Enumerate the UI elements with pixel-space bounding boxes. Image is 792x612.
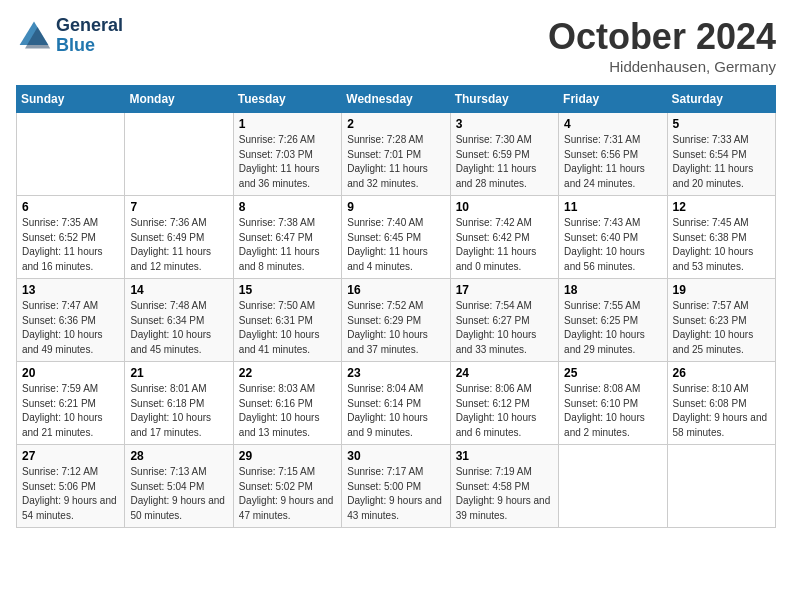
calendar-cell: 29Sunrise: 7:15 AMSunset: 5:02 PMDayligh…: [233, 445, 341, 528]
weekday-sunday: Sunday: [17, 86, 125, 113]
day-number: 8: [239, 200, 336, 214]
calendar-cell: 21Sunrise: 8:01 AMSunset: 6:18 PMDayligh…: [125, 362, 233, 445]
day-number: 7: [130, 200, 227, 214]
calendar-cell: 24Sunrise: 8:06 AMSunset: 6:12 PMDayligh…: [450, 362, 558, 445]
weekday-monday: Monday: [125, 86, 233, 113]
day-number: 24: [456, 366, 553, 380]
day-info: Sunrise: 7:17 AMSunset: 5:00 PMDaylight:…: [347, 465, 444, 523]
calendar-cell: 14Sunrise: 7:48 AMSunset: 6:34 PMDayligh…: [125, 279, 233, 362]
calendar-cell: 6Sunrise: 7:35 AMSunset: 6:52 PMDaylight…: [17, 196, 125, 279]
day-info: Sunrise: 7:13 AMSunset: 5:04 PMDaylight:…: [130, 465, 227, 523]
calendar-cell: 16Sunrise: 7:52 AMSunset: 6:29 PMDayligh…: [342, 279, 450, 362]
day-info: Sunrise: 7:35 AMSunset: 6:52 PMDaylight:…: [22, 216, 119, 274]
day-info: Sunrise: 7:42 AMSunset: 6:42 PMDaylight:…: [456, 216, 553, 274]
day-info: Sunrise: 7:33 AMSunset: 6:54 PMDaylight:…: [673, 133, 770, 191]
day-info: Sunrise: 7:26 AMSunset: 7:03 PMDaylight:…: [239, 133, 336, 191]
day-info: Sunrise: 7:36 AMSunset: 6:49 PMDaylight:…: [130, 216, 227, 274]
weekday-friday: Friday: [559, 86, 667, 113]
weekday-wednesday: Wednesday: [342, 86, 450, 113]
day-info: Sunrise: 7:12 AMSunset: 5:06 PMDaylight:…: [22, 465, 119, 523]
calendar-cell: 15Sunrise: 7:50 AMSunset: 6:31 PMDayligh…: [233, 279, 341, 362]
day-info: Sunrise: 7:40 AMSunset: 6:45 PMDaylight:…: [347, 216, 444, 274]
day-info: Sunrise: 7:48 AMSunset: 6:34 PMDaylight:…: [130, 299, 227, 357]
day-number: 22: [239, 366, 336, 380]
day-info: Sunrise: 8:06 AMSunset: 6:12 PMDaylight:…: [456, 382, 553, 440]
week-row-2: 6Sunrise: 7:35 AMSunset: 6:52 PMDaylight…: [17, 196, 776, 279]
day-number: 6: [22, 200, 119, 214]
calendar-cell: 17Sunrise: 7:54 AMSunset: 6:27 PMDayligh…: [450, 279, 558, 362]
day-number: 26: [673, 366, 770, 380]
calendar-cell: [667, 445, 775, 528]
calendar-cell: 5Sunrise: 7:33 AMSunset: 6:54 PMDaylight…: [667, 113, 775, 196]
calendar-body: 1Sunrise: 7:26 AMSunset: 7:03 PMDaylight…: [17, 113, 776, 528]
calendar-cell: 1Sunrise: 7:26 AMSunset: 7:03 PMDaylight…: [233, 113, 341, 196]
day-info: Sunrise: 7:57 AMSunset: 6:23 PMDaylight:…: [673, 299, 770, 357]
month-title: October 2024: [548, 16, 776, 58]
day-info: Sunrise: 7:31 AMSunset: 6:56 PMDaylight:…: [564, 133, 661, 191]
day-number: 5: [673, 117, 770, 131]
day-info: Sunrise: 7:52 AMSunset: 6:29 PMDaylight:…: [347, 299, 444, 357]
day-number: 23: [347, 366, 444, 380]
day-info: Sunrise: 7:50 AMSunset: 6:31 PMDaylight:…: [239, 299, 336, 357]
day-number: 13: [22, 283, 119, 297]
day-info: Sunrise: 7:47 AMSunset: 6:36 PMDaylight:…: [22, 299, 119, 357]
calendar-cell: 18Sunrise: 7:55 AMSunset: 6:25 PMDayligh…: [559, 279, 667, 362]
day-number: 15: [239, 283, 336, 297]
day-info: Sunrise: 8:10 AMSunset: 6:08 PMDaylight:…: [673, 382, 770, 440]
calendar-cell: [125, 113, 233, 196]
page-header: General Blue October 2024 Hiddenhausen, …: [16, 16, 776, 75]
calendar-cell: 13Sunrise: 7:47 AMSunset: 6:36 PMDayligh…: [17, 279, 125, 362]
day-number: 31: [456, 449, 553, 463]
week-row-4: 20Sunrise: 7:59 AMSunset: 6:21 PMDayligh…: [17, 362, 776, 445]
day-number: 30: [347, 449, 444, 463]
day-number: 2: [347, 117, 444, 131]
calendar-cell: 8Sunrise: 7:38 AMSunset: 6:47 PMDaylight…: [233, 196, 341, 279]
day-info: Sunrise: 7:15 AMSunset: 5:02 PMDaylight:…: [239, 465, 336, 523]
calendar-cell: 25Sunrise: 8:08 AMSunset: 6:10 PMDayligh…: [559, 362, 667, 445]
day-number: 25: [564, 366, 661, 380]
day-info: Sunrise: 8:03 AMSunset: 6:16 PMDaylight:…: [239, 382, 336, 440]
day-number: 1: [239, 117, 336, 131]
calendar-cell: 11Sunrise: 7:43 AMSunset: 6:40 PMDayligh…: [559, 196, 667, 279]
day-info: Sunrise: 7:54 AMSunset: 6:27 PMDaylight:…: [456, 299, 553, 357]
day-number: 19: [673, 283, 770, 297]
week-row-5: 27Sunrise: 7:12 AMSunset: 5:06 PMDayligh…: [17, 445, 776, 528]
day-number: 10: [456, 200, 553, 214]
day-number: 27: [22, 449, 119, 463]
day-info: Sunrise: 8:08 AMSunset: 6:10 PMDaylight:…: [564, 382, 661, 440]
calendar-cell: 28Sunrise: 7:13 AMSunset: 5:04 PMDayligh…: [125, 445, 233, 528]
title-block: October 2024 Hiddenhausen, Germany: [548, 16, 776, 75]
calendar-cell: 27Sunrise: 7:12 AMSunset: 5:06 PMDayligh…: [17, 445, 125, 528]
day-info: Sunrise: 7:45 AMSunset: 6:38 PMDaylight:…: [673, 216, 770, 274]
calendar-cell: 26Sunrise: 8:10 AMSunset: 6:08 PMDayligh…: [667, 362, 775, 445]
location-subtitle: Hiddenhausen, Germany: [548, 58, 776, 75]
calendar-cell: 22Sunrise: 8:03 AMSunset: 6:16 PMDayligh…: [233, 362, 341, 445]
day-number: 14: [130, 283, 227, 297]
day-info: Sunrise: 7:55 AMSunset: 6:25 PMDaylight:…: [564, 299, 661, 357]
day-info: Sunrise: 8:04 AMSunset: 6:14 PMDaylight:…: [347, 382, 444, 440]
calendar-cell: 12Sunrise: 7:45 AMSunset: 6:38 PMDayligh…: [667, 196, 775, 279]
day-number: 12: [673, 200, 770, 214]
day-number: 3: [456, 117, 553, 131]
day-number: 20: [22, 366, 119, 380]
logo: General Blue: [16, 16, 123, 56]
logo-text-blue: Blue: [56, 36, 123, 56]
calendar-cell: 9Sunrise: 7:40 AMSunset: 6:45 PMDaylight…: [342, 196, 450, 279]
calendar-cell: 7Sunrise: 7:36 AMSunset: 6:49 PMDaylight…: [125, 196, 233, 279]
calendar-cell: 4Sunrise: 7:31 AMSunset: 6:56 PMDaylight…: [559, 113, 667, 196]
day-number: 21: [130, 366, 227, 380]
logo-icon: [16, 18, 52, 54]
calendar-cell: 20Sunrise: 7:59 AMSunset: 6:21 PMDayligh…: [17, 362, 125, 445]
week-row-3: 13Sunrise: 7:47 AMSunset: 6:36 PMDayligh…: [17, 279, 776, 362]
weekday-saturday: Saturday: [667, 86, 775, 113]
day-info: Sunrise: 7:19 AMSunset: 4:58 PMDaylight:…: [456, 465, 553, 523]
calendar-cell: 23Sunrise: 8:04 AMSunset: 6:14 PMDayligh…: [342, 362, 450, 445]
day-info: Sunrise: 7:38 AMSunset: 6:47 PMDaylight:…: [239, 216, 336, 274]
day-info: Sunrise: 8:01 AMSunset: 6:18 PMDaylight:…: [130, 382, 227, 440]
weekday-tuesday: Tuesday: [233, 86, 341, 113]
calendar-cell: 2Sunrise: 7:28 AMSunset: 7:01 PMDaylight…: [342, 113, 450, 196]
day-info: Sunrise: 7:30 AMSunset: 6:59 PMDaylight:…: [456, 133, 553, 191]
calendar-cell: 3Sunrise: 7:30 AMSunset: 6:59 PMDaylight…: [450, 113, 558, 196]
day-info: Sunrise: 7:28 AMSunset: 7:01 PMDaylight:…: [347, 133, 444, 191]
day-number: 11: [564, 200, 661, 214]
